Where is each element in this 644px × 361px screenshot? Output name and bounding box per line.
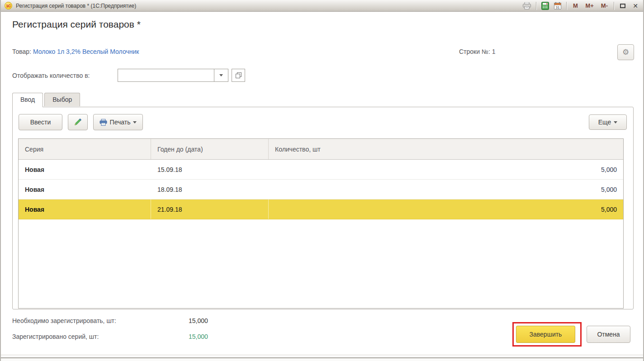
tab-panel: Ввести Печать bbox=[12, 107, 634, 309]
column-header-best-before[interactable]: Годен до (дата) bbox=[151, 139, 269, 159]
table-row-selected[interactable]: Новая 21.09.18 5,000 bbox=[19, 200, 623, 219]
print-button[interactable]: Печать bbox=[93, 114, 143, 130]
titlebar-separator bbox=[566, 2, 567, 10]
rows-counter: Строки №: 1 bbox=[459, 48, 496, 55]
settings-button[interactable]: ⚙ bbox=[617, 44, 634, 60]
display-unit-choose-button[interactable] bbox=[232, 69, 245, 82]
enter-button[interactable]: Ввести bbox=[19, 114, 62, 130]
display-unit-combo bbox=[118, 69, 228, 82]
required-qty-label: Необходимо зарегистрировать, шт: bbox=[12, 317, 116, 324]
memory-plus-button[interactable]: M+ bbox=[584, 1, 595, 10]
product-link[interactable]: Молоко 1л 3,2% Веселый Молочник bbox=[33, 48, 139, 55]
app-window: 1С Регистрация серий товаров * (1С:Предп… bbox=[0, 0, 644, 361]
titlebar: 1С Регистрация серий товаров * (1С:Предп… bbox=[1, 0, 643, 12]
window-title: Регистрация серий товаров * (1С:Предприя… bbox=[16, 3, 136, 9]
cell-qty: 5,000 bbox=[269, 160, 623, 179]
table-row[interactable]: Новая 15.09.18 5,000 bbox=[19, 160, 623, 180]
product-row: Товар: Молоко 1л 3,2% Веселый Молочник bbox=[12, 48, 139, 55]
page-title: Регистрация серий товаров * bbox=[12, 19, 141, 30]
titlebar-separator bbox=[536, 2, 536, 10]
maximize-button[interactable] bbox=[619, 1, 627, 10]
close-button[interactable]: ✕ bbox=[631, 1, 639, 10]
cell-best-before: 15.09.18 bbox=[151, 160, 269, 179]
maximize-icon bbox=[620, 4, 625, 8]
table-row[interactable]: Новая 18.09.18 5,000 bbox=[19, 180, 623, 200]
svg-text:31: 31 bbox=[556, 5, 560, 9]
more-button[interactable]: Еще bbox=[589, 114, 627, 130]
cell-qty: 5,000 bbox=[269, 200, 623, 219]
display-unit-label: Отображать количество в: bbox=[12, 72, 118, 79]
chevron-down-icon bbox=[614, 121, 617, 124]
column-header-qty[interactable]: Количество, шт bbox=[269, 139, 623, 159]
print-button-label: Печать bbox=[110, 119, 131, 126]
gear-icon: ⚙ bbox=[622, 48, 629, 57]
finish-button[interactable]: Завершить bbox=[516, 326, 575, 343]
printer-icon bbox=[522, 2, 531, 10]
display-unit-dropdown-button[interactable] bbox=[214, 69, 228, 81]
print-icon bbox=[99, 119, 107, 126]
edit-button[interactable] bbox=[68, 114, 88, 130]
cell-best-before: 21.09.18 bbox=[151, 200, 269, 219]
chevron-down-icon bbox=[133, 121, 137, 124]
open-list-icon bbox=[235, 72, 242, 79]
table-header-row: Серия Годен до (дата) Количество, шт bbox=[19, 139, 623, 160]
tab-vybor[interactable]: Выбор bbox=[44, 93, 80, 106]
chevron-down-icon bbox=[219, 74, 223, 76]
registered-qty-label: Зарегистрировано серий, шт: bbox=[12, 333, 99, 340]
close-icon: ✕ bbox=[633, 3, 638, 9]
calendar-button[interactable]: 31 bbox=[554, 1, 562, 10]
tab-bar: Ввод Выбор bbox=[12, 93, 81, 106]
more-button-label: Еще bbox=[598, 119, 611, 126]
window-bottom-border bbox=[1, 355, 643, 361]
tab-vvod[interactable]: Ввод bbox=[12, 93, 43, 107]
cancel-button[interactable]: Отмена bbox=[587, 326, 630, 343]
registered-qty-value: 15,000 bbox=[189, 333, 208, 340]
cell-best-before: 18.09.18 bbox=[151, 180, 269, 199]
window-bottom-line bbox=[1, 357, 643, 358]
cell-qty: 5,000 bbox=[269, 180, 623, 199]
1c-logo-icon: 1С bbox=[5, 2, 12, 10]
cell-series: Новая bbox=[19, 160, 151, 179]
column-header-series[interactable]: Серия bbox=[19, 139, 151, 159]
product-label: Товар: bbox=[12, 48, 31, 55]
cell-series: Новая bbox=[19, 200, 151, 219]
series-table: Серия Годен до (дата) Количество, шт Нов… bbox=[18, 138, 624, 309]
titlebar-separator bbox=[614, 2, 614, 10]
required-qty-value: 15,000 bbox=[189, 317, 208, 324]
calendar-icon: 31 bbox=[554, 2, 562, 10]
display-unit-row: Отображать количество в: bbox=[12, 69, 245, 82]
print-titlebar-button[interactable] bbox=[522, 1, 531, 10]
calculator-button[interactable] bbox=[541, 1, 549, 10]
memory-recall-button[interactable]: M bbox=[571, 1, 579, 10]
calculator-icon bbox=[541, 2, 549, 10]
display-unit-input[interactable] bbox=[118, 69, 214, 81]
cell-series: Новая bbox=[19, 180, 151, 199]
memory-minus-button[interactable]: M- bbox=[600, 1, 609, 10]
pencil-icon bbox=[74, 118, 82, 126]
